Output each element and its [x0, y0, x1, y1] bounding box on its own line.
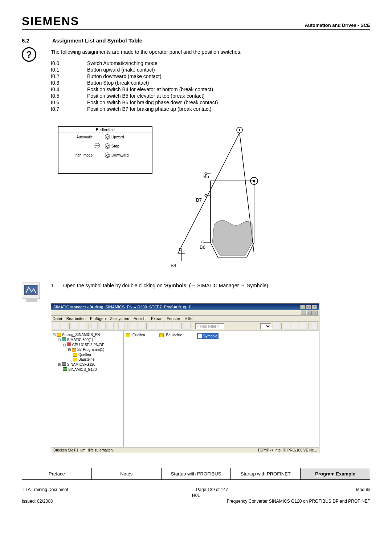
bedienfeld-title: Bedienfeld [58, 127, 152, 133]
open-icon[interactable] [61, 323, 67, 329]
intro-row: ? The following assignments are made to … [22, 49, 370, 119]
toolbar-icon[interactable] [273, 323, 279, 329]
close-icon[interactable]: × [312, 305, 317, 309]
tab-notes[interactable]: Notes [92, 468, 162, 479]
filter-input[interactable] [195, 323, 224, 329]
computer-icon [22, 283, 40, 299]
svg-point-11 [205, 194, 207, 197]
new-icon[interactable] [53, 323, 59, 329]
menu-hilfe[interactable]: Hilfe [184, 316, 192, 321]
section-header: 6.2 Assignment List and Symbol Table [22, 37, 370, 44]
label-b5: B5 [203, 174, 209, 179]
section-title: Assignment List and Symbol Table [52, 37, 142, 44]
tree-item[interactable]: ⊟ SINAMICSxG120 [53, 362, 122, 367]
download-icon[interactable] [118, 323, 125, 329]
maximize-icon[interactable]: □ [306, 305, 311, 309]
assign-row: I0.7Position switch B7 for braking phase… [51, 106, 370, 112]
svg-rect-17 [24, 285, 37, 295]
tree-item[interactable]: ⊟ SIMATIC 300(1) [53, 337, 122, 342]
assign-row: I0.0Switch Automatic/inching mode [51, 60, 370, 66]
assignment-list: I0.0Switch Automatic/inching mode I0.1Bu… [51, 60, 370, 112]
paste-icon[interactable] [107, 323, 114, 329]
question-icon: ? [22, 47, 36, 62]
tree-item[interactable]: Quellen [53, 352, 122, 357]
toolbar-icon[interactable] [72, 323, 78, 329]
assign-row: I0.5Position switch B5 for elevator at t… [51, 93, 370, 99]
label-b4: B4 [171, 263, 176, 268]
assign-row: I0.6Position switch B6 for braking phase… [51, 100, 370, 105]
filter-dropdown[interactable] [260, 323, 271, 329]
toolbar-icon[interactable] [173, 323, 179, 329]
tab-preface[interactable]: Preface [22, 468, 92, 479]
toolbar-icon[interactable] [184, 323, 191, 329]
menubar: Datei Bearbeiten Einfügen Zielsystem Ans… [51, 316, 319, 322]
menu-zielsystem[interactable]: Zielsystem [110, 316, 129, 321]
minimize-icon[interactable]: _ [300, 305, 305, 309]
window-title: SIMATIC Manager - [Aufzug_SINAMICS_PN --… [53, 305, 192, 309]
close-icon[interactable]: × [313, 311, 318, 315]
tree-item[interactable]: ⊟ CPU 315F-2 PN/DP [53, 342, 122, 347]
nav-tabs: Preface Notes Startup with PROFIBUS Star… [22, 468, 370, 480]
assign-row: I0.3Button Stop (break contact) [51, 80, 370, 86]
footer-module: Module [356, 487, 370, 492]
svg-point-3 [239, 129, 240, 131]
button-icon [105, 153, 110, 158]
content-quellen[interactable]: Quellen [126, 333, 145, 337]
footer-issued: Issued: 02/2008 [22, 499, 53, 504]
button-icon [105, 143, 110, 149]
tab-profibus[interactable]: Startup with PROFIBUS [162, 468, 231, 479]
tab-program-example[interactable]: Program Example [301, 468, 370, 479]
maximize-icon[interactable]: □ [307, 311, 312, 315]
menu-fenster[interactable]: Fenster [167, 316, 180, 321]
copy-icon[interactable] [99, 323, 106, 329]
menu-datei[interactable]: Datei [53, 316, 62, 321]
footer-h01: H01 [192, 493, 200, 498]
section-number: 6.2 [22, 37, 51, 44]
toolbar-icon[interactable] [149, 323, 155, 329]
menu-einfuegen[interactable]: Einfügen [90, 316, 106, 321]
menu-bearbeiten[interactable]: Bearbeiten [66, 316, 86, 321]
assign-row: I0.2Button downward (make contact) [51, 73, 370, 79]
hopper-diagram [163, 116, 258, 268]
page-header: SIEMENS Automation and Drives - SCE [22, 15, 370, 30]
simatic-screenshot: SIMATIC Manager - [Aufzug_SINAMICS_PN --… [51, 303, 319, 453]
tree-item[interactable]: Bausteine [53, 357, 122, 362]
menu-ansicht[interactable]: Ansicht [134, 316, 147, 321]
instruction-text: 1. Open the symbol table by double click… [51, 283, 370, 288]
assign-row: I0.1Button upward (make contact) [51, 67, 370, 73]
minimize-icon[interactable]: _ [301, 311, 306, 315]
instruction-row: 1. Open the symbol table by double click… [22, 283, 370, 299]
siemens-logo: SIEMENS [22, 15, 79, 28]
toolbar-icon[interactable] [138, 323, 144, 329]
tree-panel: ⊟ Aufzug_SINAMICS_PN ⊟ SIMATIC 300(1) ⊟ … [51, 331, 124, 447]
menu-extras[interactable]: Extras [151, 316, 162, 321]
toolbar-icon[interactable] [157, 323, 163, 329]
cut-icon[interactable] [91, 323, 98, 329]
label-b6: B6 [200, 244, 205, 250]
toolbar [51, 322, 319, 331]
footer-page: Page 139 of 147 [196, 487, 228, 492]
toolbar-icon[interactable] [130, 323, 136, 329]
toolbar-icon[interactable] [284, 323, 290, 329]
window-titlebar: SIMATIC Manager - [Aufzug_SINAMICS_PN --… [51, 304, 319, 310]
help-icon[interactable] [311, 323, 318, 329]
content-symbole[interactable]: Symbole [197, 333, 219, 339]
toolbar-icon[interactable] [292, 323, 298, 329]
header-subtitle: Automation and Drives - SCE [305, 23, 370, 28]
label-b7: B7 [196, 197, 202, 203]
tree-item[interactable]: ⊟ Aufzug_SINAMICS_PN [53, 332, 122, 337]
toolbar-icon[interactable] [300, 323, 306, 329]
svg-point-16 [201, 241, 203, 243]
toolbar-icon[interactable] [165, 323, 171, 329]
tree-item[interactable]: ⊟ S7-Programm(1) [53, 347, 122, 352]
bedienfeld-panel: Bedienfeld Automatic Upward Stop Inch. m… [58, 126, 152, 174]
tab-profinet[interactable]: Startup with PROFINET [231, 468, 301, 479]
svg-point-7 [253, 180, 255, 182]
page-footer: T I A Training Document Page 139 of 147 … [22, 487, 370, 504]
assign-row: I0.4Position switch B4 for elevator at b… [51, 86, 370, 92]
toolbar-icon[interactable] [80, 323, 86, 329]
footer-doc: T I A Training Document [22, 487, 68, 492]
status-right: TCP/IP -> Intel(R) PRO/100 VE Ne... [258, 448, 317, 452]
tree-item[interactable]: SINAMICS_G120 [53, 367, 122, 372]
content-bausteine[interactable]: Bausteine [159, 333, 182, 337]
